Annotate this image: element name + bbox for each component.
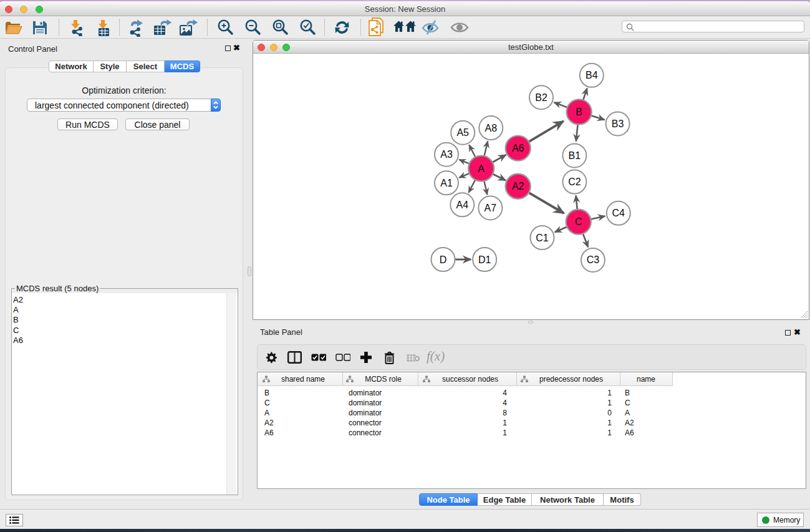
svg-text:B4: B4 (586, 70, 598, 80)
svg-text:B2: B2 (535, 92, 547, 103)
svg-text:C2: C2 (568, 177, 581, 187)
svg-text:A4: A4 (456, 200, 469, 210)
svg-text:A8: A8 (485, 123, 498, 133)
svg-text:A3: A3 (440, 149, 453, 160)
svg-text:A5: A5 (456, 127, 469, 138)
svg-text:B: B (576, 107, 582, 117)
svg-text:D1: D1 (478, 254, 491, 265)
svg-text:A7: A7 (485, 203, 497, 213)
svg-text:C: C (575, 216, 582, 227)
svg-text:C1: C1 (536, 233, 549, 243)
svg-text:D: D (440, 254, 447, 265)
svg-text:B3: B3 (612, 118, 624, 129)
svg-text:A6: A6 (512, 143, 524, 153)
svg-text:C3: C3 (587, 254, 600, 265)
svg-text:A2: A2 (512, 181, 524, 191)
svg-text:C4: C4 (612, 208, 625, 218)
svg-text:A: A (478, 163, 485, 174)
svg-text:B1: B1 (569, 150, 581, 161)
svg-text:A1: A1 (440, 178, 453, 188)
